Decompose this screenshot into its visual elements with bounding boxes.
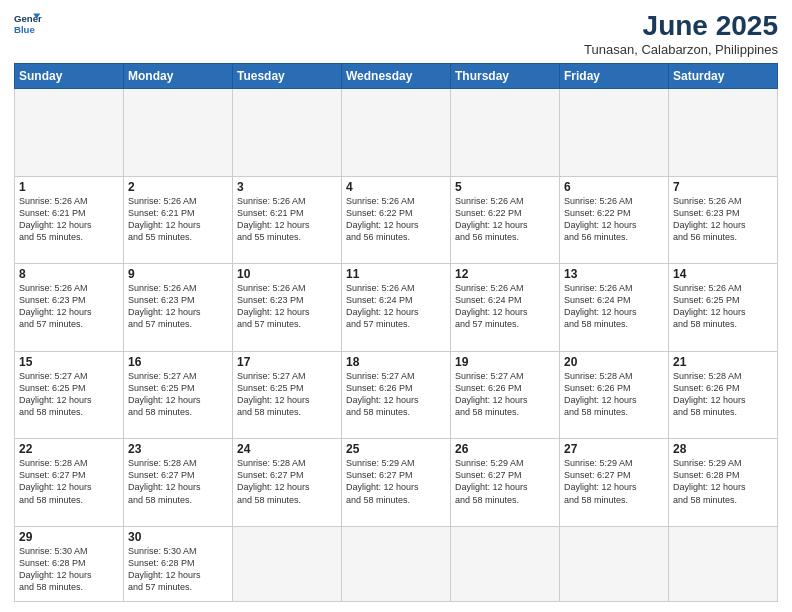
day-number: 19: [455, 355, 555, 369]
day-header-thursday: Thursday: [451, 64, 560, 89]
day-info: Sunrise: 5:26 AM Sunset: 6:23 PM Dayligh…: [19, 282, 119, 331]
day-info: Sunrise: 5:26 AM Sunset: 6:25 PM Dayligh…: [673, 282, 773, 331]
calendar-week-4: 22Sunrise: 5:28 AM Sunset: 6:27 PM Dayli…: [15, 439, 778, 527]
day-info: Sunrise: 5:26 AM Sunset: 6:23 PM Dayligh…: [128, 282, 228, 331]
day-info: Sunrise: 5:27 AM Sunset: 6:25 PM Dayligh…: [237, 370, 337, 419]
day-info: Sunrise: 5:27 AM Sunset: 6:25 PM Dayligh…: [128, 370, 228, 419]
calendar-week-1: 1Sunrise: 5:26 AM Sunset: 6:21 PM Daylig…: [15, 176, 778, 264]
day-info: Sunrise: 5:26 AM Sunset: 6:24 PM Dayligh…: [455, 282, 555, 331]
day-info: Sunrise: 5:26 AM Sunset: 6:21 PM Dayligh…: [128, 195, 228, 244]
day-header-friday: Friday: [560, 64, 669, 89]
calendar-cell: 13Sunrise: 5:26 AM Sunset: 6:24 PM Dayli…: [560, 264, 669, 352]
day-info: Sunrise: 5:30 AM Sunset: 6:28 PM Dayligh…: [19, 545, 119, 594]
svg-text:Blue: Blue: [14, 24, 35, 35]
calendar-cell: [233, 89, 342, 177]
calendar-cell: 14Sunrise: 5:26 AM Sunset: 6:25 PM Dayli…: [669, 264, 778, 352]
calendar-cell: [669, 526, 778, 601]
header: General Blue June 2025 Tunasan, Calabarz…: [14, 10, 778, 57]
day-number: 23: [128, 442, 228, 456]
day-header-saturday: Saturday: [669, 64, 778, 89]
calendar-cell: 2Sunrise: 5:26 AM Sunset: 6:21 PM Daylig…: [124, 176, 233, 264]
calendar-cell: 30Sunrise: 5:30 AM Sunset: 6:28 PM Dayli…: [124, 526, 233, 601]
day-number: 1: [19, 180, 119, 194]
calendar-cell: 12Sunrise: 5:26 AM Sunset: 6:24 PM Dayli…: [451, 264, 560, 352]
calendar-cell: 10Sunrise: 5:26 AM Sunset: 6:23 PM Dayli…: [233, 264, 342, 352]
calendar-week-0: [15, 89, 778, 177]
day-info: Sunrise: 5:26 AM Sunset: 6:22 PM Dayligh…: [455, 195, 555, 244]
calendar-cell: 29Sunrise: 5:30 AM Sunset: 6:28 PM Dayli…: [15, 526, 124, 601]
day-number: 18: [346, 355, 446, 369]
day-info: Sunrise: 5:26 AM Sunset: 6:24 PM Dayligh…: [346, 282, 446, 331]
day-info: Sunrise: 5:28 AM Sunset: 6:27 PM Dayligh…: [128, 457, 228, 506]
day-number: 30: [128, 530, 228, 544]
day-info: Sunrise: 5:29 AM Sunset: 6:28 PM Dayligh…: [673, 457, 773, 506]
day-header-tuesday: Tuesday: [233, 64, 342, 89]
calendar-cell: 26Sunrise: 5:29 AM Sunset: 6:27 PM Dayli…: [451, 439, 560, 527]
subtitle: Tunasan, Calabarzon, Philippines: [584, 42, 778, 57]
day-header-wednesday: Wednesday: [342, 64, 451, 89]
day-number: 3: [237, 180, 337, 194]
day-number: 7: [673, 180, 773, 194]
logo: General Blue: [14, 10, 42, 38]
day-number: 21: [673, 355, 773, 369]
calendar-cell: 16Sunrise: 5:27 AM Sunset: 6:25 PM Dayli…: [124, 351, 233, 439]
calendar-cell: 8Sunrise: 5:26 AM Sunset: 6:23 PM Daylig…: [15, 264, 124, 352]
day-number: 26: [455, 442, 555, 456]
day-number: 16: [128, 355, 228, 369]
day-info: Sunrise: 5:27 AM Sunset: 6:26 PM Dayligh…: [455, 370, 555, 419]
calendar-cell: [560, 89, 669, 177]
page: General Blue June 2025 Tunasan, Calabarz…: [0, 0, 792, 612]
day-info: Sunrise: 5:30 AM Sunset: 6:28 PM Dayligh…: [128, 545, 228, 594]
calendar-cell: 15Sunrise: 5:27 AM Sunset: 6:25 PM Dayli…: [15, 351, 124, 439]
day-number: 17: [237, 355, 337, 369]
day-number: 2: [128, 180, 228, 194]
day-header-sunday: Sunday: [15, 64, 124, 89]
calendar-cell: 24Sunrise: 5:28 AM Sunset: 6:27 PM Dayli…: [233, 439, 342, 527]
day-number: 27: [564, 442, 664, 456]
calendar-cell: [15, 89, 124, 177]
day-info: Sunrise: 5:28 AM Sunset: 6:27 PM Dayligh…: [19, 457, 119, 506]
day-info: Sunrise: 5:26 AM Sunset: 6:21 PM Dayligh…: [237, 195, 337, 244]
day-number: 6: [564, 180, 664, 194]
title-block: June 2025 Tunasan, Calabarzon, Philippin…: [584, 10, 778, 57]
main-title: June 2025: [584, 10, 778, 42]
day-number: 5: [455, 180, 555, 194]
calendar-cell: 6Sunrise: 5:26 AM Sunset: 6:22 PM Daylig…: [560, 176, 669, 264]
day-info: Sunrise: 5:27 AM Sunset: 6:26 PM Dayligh…: [346, 370, 446, 419]
calendar-cell: [669, 89, 778, 177]
day-number: 12: [455, 267, 555, 281]
day-number: 22: [19, 442, 119, 456]
calendar-cell: 23Sunrise: 5:28 AM Sunset: 6:27 PM Dayli…: [124, 439, 233, 527]
calendar-week-2: 8Sunrise: 5:26 AM Sunset: 6:23 PM Daylig…: [15, 264, 778, 352]
day-info: Sunrise: 5:26 AM Sunset: 6:23 PM Dayligh…: [673, 195, 773, 244]
calendar-cell: 5Sunrise: 5:26 AM Sunset: 6:22 PM Daylig…: [451, 176, 560, 264]
day-number: 11: [346, 267, 446, 281]
day-info: Sunrise: 5:26 AM Sunset: 6:22 PM Dayligh…: [564, 195, 664, 244]
calendar-cell: 28Sunrise: 5:29 AM Sunset: 6:28 PM Dayli…: [669, 439, 778, 527]
calendar-cell: 19Sunrise: 5:27 AM Sunset: 6:26 PM Dayli…: [451, 351, 560, 439]
calendar-cell: 22Sunrise: 5:28 AM Sunset: 6:27 PM Dayli…: [15, 439, 124, 527]
calendar-header-row: SundayMondayTuesdayWednesdayThursdayFrid…: [15, 64, 778, 89]
day-info: Sunrise: 5:26 AM Sunset: 6:24 PM Dayligh…: [564, 282, 664, 331]
calendar-cell: 20Sunrise: 5:28 AM Sunset: 6:26 PM Dayli…: [560, 351, 669, 439]
calendar-cell: [451, 89, 560, 177]
day-info: Sunrise: 5:28 AM Sunset: 6:26 PM Dayligh…: [673, 370, 773, 419]
day-number: 10: [237, 267, 337, 281]
calendar-cell: 27Sunrise: 5:29 AM Sunset: 6:27 PM Dayli…: [560, 439, 669, 527]
day-info: Sunrise: 5:29 AM Sunset: 6:27 PM Dayligh…: [455, 457, 555, 506]
day-info: Sunrise: 5:26 AM Sunset: 6:21 PM Dayligh…: [19, 195, 119, 244]
day-info: Sunrise: 5:27 AM Sunset: 6:25 PM Dayligh…: [19, 370, 119, 419]
calendar-week-3: 15Sunrise: 5:27 AM Sunset: 6:25 PM Dayli…: [15, 351, 778, 439]
calendar-cell: 1Sunrise: 5:26 AM Sunset: 6:21 PM Daylig…: [15, 176, 124, 264]
calendar-cell: 7Sunrise: 5:26 AM Sunset: 6:23 PM Daylig…: [669, 176, 778, 264]
day-info: Sunrise: 5:29 AM Sunset: 6:27 PM Dayligh…: [564, 457, 664, 506]
calendar-cell: 3Sunrise: 5:26 AM Sunset: 6:21 PM Daylig…: [233, 176, 342, 264]
calendar-cell: 25Sunrise: 5:29 AM Sunset: 6:27 PM Dayli…: [342, 439, 451, 527]
day-number: 20: [564, 355, 664, 369]
calendar-cell: [342, 526, 451, 601]
day-info: Sunrise: 5:26 AM Sunset: 6:22 PM Dayligh…: [346, 195, 446, 244]
calendar-cell: [560, 526, 669, 601]
day-info: Sunrise: 5:28 AM Sunset: 6:27 PM Dayligh…: [237, 457, 337, 506]
calendar-cell: 9Sunrise: 5:26 AM Sunset: 6:23 PM Daylig…: [124, 264, 233, 352]
calendar-cell: [342, 89, 451, 177]
